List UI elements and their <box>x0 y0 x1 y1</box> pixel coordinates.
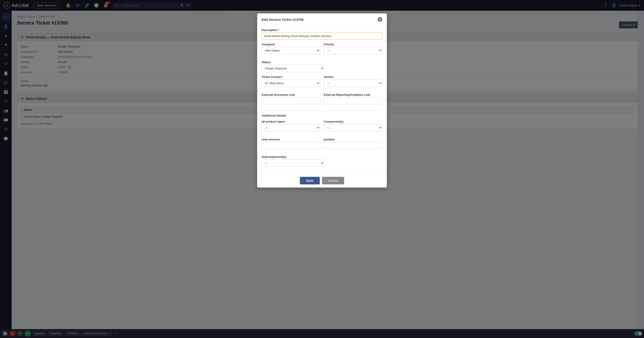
modal-footer: Save Cancel <box>257 173 387 187</box>
assigned-label: Assigned <box>262 43 320 46</box>
status-form-label: Status <box>262 60 382 64</box>
all-product-types-select[interactable]: — <box>262 124 320 132</box>
pavilion-input[interactable] <box>324 142 382 149</box>
status-select[interactable]: Design Required <box>262 65 324 72</box>
modal-body: Description * Assigned Allie Pataro Prio… <box>257 25 387 173</box>
description-input[interactable] <box>262 33 382 39</box>
only-services-group: only services <box>262 138 320 149</box>
modal-close-button[interactable]: × <box>378 17 382 22</box>
save-button[interactable]: Save <box>300 177 320 184</box>
components-select[interactable]: — <box>324 124 382 132</box>
assigned-select[interactable]: Allie Pataro <box>262 47 320 54</box>
assigned-priority-row: Assigned Allie Pataro Priority — <box>262 43 382 57</box>
ext-reporting-group: External Reporting/Analytics Link <box>324 93 382 104</box>
edit-service-ticket-modal: Edit Service Ticket #13769 × Description… <box>257 13 387 187</box>
ticket-contact-label: Ticket Contact * <box>262 75 320 79</box>
components-group: Component(s) — <box>324 120 382 132</box>
required-marker: * <box>278 28 280 32</box>
pavilion-group: pavilion <box>324 138 382 149</box>
only-services-input[interactable] <box>262 142 320 149</box>
required-marker: * <box>282 75 284 79</box>
cancel-button[interactable]: Cancel <box>322 177 344 184</box>
services-pavilion-row: only services pavilion <box>262 138 382 152</box>
vendor-select[interactable]: — <box>324 79 382 87</box>
priority-label: Priority <box>324 43 382 46</box>
subcomponent-label: Subcomponent(s) <box>262 155 382 159</box>
status-group: Status Design Required <box>262 60 382 72</box>
ext-doc-input[interactable] <box>262 97 320 104</box>
ticket-contact-group: Ticket Contact * Dr. Mary Berry <box>262 75 320 87</box>
vendor-group: Vendor — <box>324 75 382 87</box>
description-label: Description * <box>262 28 382 32</box>
form-divider <box>262 111 382 111</box>
ext-doc-group: External Document Link <box>262 93 320 104</box>
modal-header: Edit Service Ticket #13769 × <box>257 13 387 25</box>
ext-doc-label: External Document Link <box>262 93 320 96</box>
only-services-label: only services <box>262 138 320 141</box>
description-group: Description * <box>262 28 382 39</box>
all-product-types-label: all product types <box>262 120 320 123</box>
ticket-contact-select[interactable]: Dr. Mary Berry <box>262 79 320 87</box>
assigned-group: Assigned Allie Pataro <box>262 43 320 54</box>
subcomponent-group: Subcomponent(s) — <box>262 155 382 167</box>
priority-select[interactable]: — <box>324 47 382 54</box>
product-components-row: all product types — Component(s) — <box>262 120 382 135</box>
ext-reporting-label: External Reporting/Analytics Link <box>324 93 382 96</box>
external-links-row: External Document Link External Reportin… <box>262 93 382 107</box>
additional-details-label: Additional Details <box>262 114 382 117</box>
components-label: Component(s) <box>324 120 382 123</box>
ext-reporting-input[interactable] <box>324 97 382 104</box>
all-product-types-group: all product types — <box>262 120 320 132</box>
modal-overlay[interactable]: Edit Service Ticket #13769 × Description… <box>0 0 644 329</box>
priority-group: Priority — <box>324 43 382 54</box>
modal-title: Edit Service Ticket #13769 <box>262 18 304 21</box>
pavilion-label: pavilion <box>324 138 382 141</box>
vendor-form-label: Vendor <box>324 75 382 79</box>
contact-vendor-row: Ticket Contact * Dr. Mary Berry Vendor — <box>262 75 382 90</box>
subcomponent-select[interactable]: — <box>262 160 324 167</box>
